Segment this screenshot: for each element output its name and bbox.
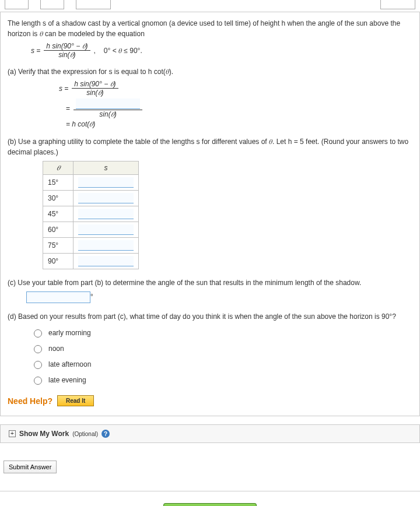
cell-s — [74, 206, 139, 222]
option-late-evening[interactable]: late evening — [31, 375, 412, 385]
part-a-prompt: (a) Verify that the expression for s is … — [8, 66, 412, 77]
part-c-input[interactable] — [26, 291, 90, 303]
cell-s — [74, 175, 139, 191]
work-row-2: = sin(𝜃) — [66, 99, 412, 118]
cell-s — [74, 191, 139, 206]
cell-s — [74, 254, 139, 269]
cell-theta: 15° — [43, 175, 74, 191]
work-row2-frac: sin(𝜃) — [74, 99, 142, 118]
help-icon[interactable]: ? — [102, 430, 110, 438]
degree-suffix: ° — [90, 293, 93, 301]
table-row: 75° — [43, 238, 139, 254]
cell-s — [74, 222, 139, 238]
table-header-row: 𝜃 s — [43, 161, 139, 175]
cell-theta: 90° — [43, 254, 74, 269]
cell-theta: 75° — [43, 238, 74, 254]
submit-answer-button[interactable]: Submit Answer — [4, 461, 57, 473]
s-input-15[interactable] — [78, 177, 134, 188]
cell-s — [74, 238, 139, 254]
table-row: 90° — [43, 254, 139, 269]
table-row: 45° — [43, 206, 139, 222]
tab-stub-4[interactable] — [380, 0, 415, 9]
eq-fraction: h sin(90° − 𝜃) sin(𝜃) — [44, 43, 90, 58]
table-row: 30° — [43, 191, 139, 206]
footer-green-button[interactable] — [163, 503, 257, 506]
part-a-blank-input[interactable] — [76, 99, 140, 109]
question-box: The length s of a shadow cast by a verti… — [0, 12, 420, 416]
show-work-optional: (Optional) — [72, 431, 98, 437]
work-row1-frac: h sin(90° − 𝜃) sin(𝜃) — [72, 80, 118, 96]
top-tabs — [0, 0, 420, 10]
work-row-3: = h cot(𝜃) — [66, 120, 412, 128]
question-intro: The length s of a shadow cast by a verti… — [8, 18, 412, 39]
eq-domain: 0° < 𝜃 ≤ 90°. — [104, 47, 142, 55]
tab-stub-2[interactable] — [40, 0, 64, 9]
work-row2-den: sin(𝜃) — [99, 110, 116, 118]
main-equation: s = h sin(90° − 𝜃) sin(𝜃) , 0° < 𝜃 ≤ 90°… — [31, 43, 412, 58]
s-input-60[interactable] — [78, 224, 134, 235]
option-early-morning[interactable]: early morning — [31, 328, 412, 338]
tab-stub-1[interactable] — [5, 0, 29, 9]
part-b-prompt: (b) Use a graphing utility to complete t… — [8, 136, 412, 157]
cell-theta: 60° — [43, 222, 74, 238]
cell-theta: 30° — [43, 191, 74, 206]
option-noon[interactable]: noon — [31, 343, 412, 353]
part-d-prompt: (d) Based on your results from part (c),… — [8, 311, 412, 322]
values-table: 𝜃 s 15° 30° 45° 60° 75° 90° — [43, 161, 139, 269]
s-input-45[interactable] — [78, 209, 134, 219]
radio-late-afternoon[interactable] — [34, 361, 42, 369]
option-label: noon — [48, 345, 64, 353]
eq-lhs: s = — [31, 47, 40, 55]
s-input-75[interactable] — [78, 240, 134, 251]
s-input-90[interactable] — [78, 256, 134, 266]
work-row-1: s = h sin(90° − 𝜃) sin(𝜃) — [59, 80, 412, 96]
option-label: early morning — [48, 329, 91, 337]
radio-early-morning[interactable] — [34, 329, 42, 338]
show-my-work-bar[interactable]: + Show My Work (Optional) ? — [0, 424, 420, 443]
need-help-row: Need Help? Read It — [8, 395, 412, 406]
s-input-30[interactable] — [78, 193, 134, 203]
read-it-button[interactable]: Read It — [57, 395, 94, 406]
eq-numerator: h sin(90° − 𝜃) — [44, 43, 90, 51]
option-late-afternoon[interactable]: late afternoon — [31, 359, 412, 369]
separator — [0, 491, 420, 491]
eq-comma: , — [94, 47, 96, 55]
work-row1-num: h sin(90° − 𝜃) — [72, 80, 118, 89]
table-row: 15° — [43, 175, 139, 191]
show-work-label: Show My Work — [19, 430, 69, 438]
work-row1-lhs: s = — [59, 85, 68, 93]
part-c-answer: ° — [26, 291, 412, 303]
part-a-work: s = h sin(90° − 𝜃) sin(𝜃) = sin(𝜃) = h c… — [59, 80, 412, 128]
option-label: late evening — [48, 376, 86, 384]
cell-theta: 45° — [43, 206, 74, 222]
work-row2-eq: = — [66, 104, 70, 113]
part-c-prompt: (c) Use your table from part (b) to dete… — [8, 277, 412, 288]
radio-noon[interactable] — [34, 345, 42, 353]
eq-denominator: sin(𝜃) — [58, 51, 75, 58]
need-help-label: Need Help? — [8, 396, 52, 406]
table-head-theta: 𝜃 — [43, 161, 74, 175]
tab-stub-3[interactable] — [76, 0, 111, 9]
work-row2-num-box — [74, 99, 142, 110]
footer-button-wrap — [0, 503, 420, 506]
option-label: late afternoon — [48, 360, 91, 368]
table-row: 60° — [43, 222, 139, 238]
part-d-options: early morning noon late afternoon late e… — [31, 328, 412, 385]
expand-icon: + — [9, 430, 16, 437]
work-row1-den: sin(𝜃) — [86, 89, 103, 96]
radio-late-evening[interactable] — [34, 377, 42, 385]
table-head-s: s — [74, 161, 139, 175]
